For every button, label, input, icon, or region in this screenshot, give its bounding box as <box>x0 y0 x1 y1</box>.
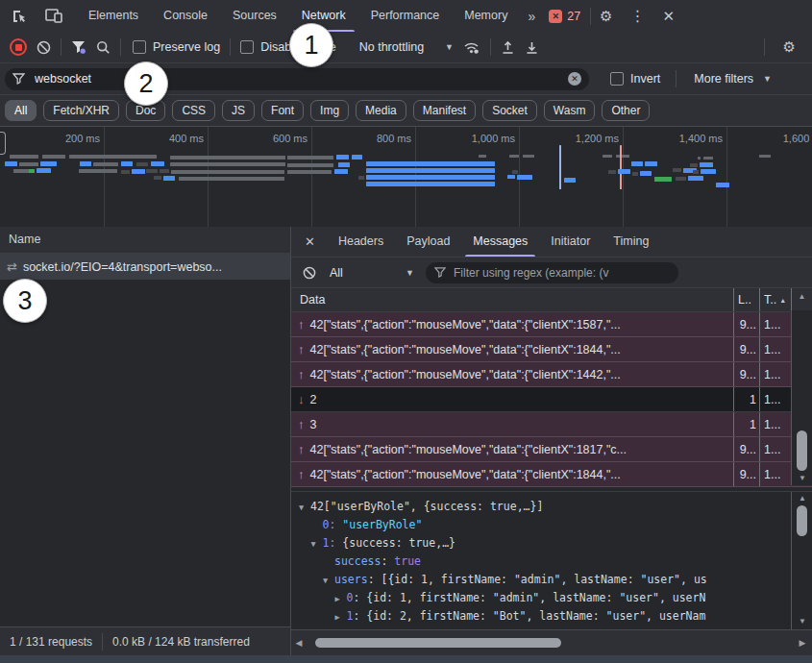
waterfall-bar <box>154 176 161 180</box>
settings-gear-icon[interactable]: ⚙ <box>591 8 621 25</box>
chip-js[interactable]: JS <box>222 100 255 121</box>
waterfall-bar <box>358 176 364 180</box>
messages-vertical-scrollbar[interactable]: ▼ <box>791 310 812 485</box>
export-har-icon[interactable] <box>525 40 539 55</box>
details-tab-initiator[interactable]: Initiator <box>539 227 602 257</box>
record-network-log-icon[interactable] <box>10 38 27 56</box>
details-tab-payload[interactable]: Payload <box>395 227 461 257</box>
device-toolbar-icon[interactable] <box>45 9 62 23</box>
message-row[interactable]: ↑311... <box>291 412 812 437</box>
throttling-dropdown[interactable]: No throttling ▼ <box>359 40 454 54</box>
tree-line[interactable]: ▶1: {id: 2, firstName: "Bot", lastName: … <box>291 607 812 626</box>
chip-other[interactable]: Other <box>602 100 650 121</box>
horizontal-scrollbar[interactable]: ◀ ▶ <box>291 629 812 655</box>
expand-triangle-icon[interactable]: ▶ <box>335 608 347 626</box>
import-har-icon[interactable] <box>501 40 515 55</box>
more-panels-icon[interactable]: » <box>520 9 543 24</box>
timeline-tick-label: 600 ms <box>244 133 308 144</box>
message-filter-pill[interactable] <box>426 262 678 283</box>
close-devtools-icon[interactable]: ✕ <box>654 8 684 25</box>
scroll-right-icon[interactable]: ▶ <box>795 638 810 648</box>
network-overview-timeline[interactable]: 200 ms400 ms600 ms800 ms1,000 ms1,200 ms… <box>0 127 812 228</box>
message-type-dropdown[interactable]: All ▼ <box>330 266 414 280</box>
inspect-element-icon[interactable] <box>12 9 28 24</box>
tree-line[interactable]: ▼42["userByRole", {success: true,…}] <box>291 498 812 516</box>
name-column-header[interactable]: Name <box>0 227 290 254</box>
preserve-log-checkbox[interactable]: Preserve log <box>133 40 220 54</box>
message-row[interactable]: ↑42["stats",{"action":"mouseMove","data"… <box>291 437 812 462</box>
scroll-up-icon[interactable]: ▲ <box>799 494 806 503</box>
request-row-socketio[interactable]: ⇄ socket.io/?EIO=4&transport=webso... <box>0 254 290 280</box>
filter-input-pill[interactable]: ✕ <box>5 68 589 90</box>
chip-wasm[interactable]: Wasm <box>544 100 596 121</box>
length-column-header[interactable]: L.. <box>733 288 759 311</box>
error-count[interactable]: 27 <box>567 10 580 23</box>
message-row[interactable]: ↑42["stats",{"action":"mouseMove","data"… <box>291 362 812 387</box>
tree-token-idx: 1: <box>323 536 343 550</box>
data-column-header[interactable]: Data <box>291 293 733 307</box>
sent-arrow-icon: ↑ <box>298 367 305 381</box>
message-row[interactable]: ↓211... <box>291 387 812 412</box>
scrollbar-thumb[interactable] <box>797 505 807 536</box>
details-tab-timing[interactable]: Timing <box>602 227 660 257</box>
expand-triangle-icon[interactable]: ▶ <box>335 590 347 608</box>
waterfall-bar <box>136 162 148 166</box>
chip-css[interactable]: CSS <box>172 100 215 121</box>
filter-input[interactable] <box>33 71 568 86</box>
details-tab-headers[interactable]: Headers <box>327 227 395 257</box>
tab-memory[interactable]: Memory <box>452 0 520 32</box>
clear-messages-icon[interactable] <box>303 266 316 280</box>
message-row[interactable]: ↑42["stats",{"action":"mouseMove","data"… <box>291 312 812 337</box>
tree-line[interactable]: success: true <box>291 552 812 571</box>
network-settings-gear-icon[interactable]: ⚙ <box>775 38 804 56</box>
close-details-icon[interactable]: ✕ <box>291 234 327 249</box>
message-length-cell: 9... <box>733 337 759 361</box>
chip-img[interactable]: Img <box>310 100 349 121</box>
waterfall-bar <box>698 157 701 160</box>
scroll-up-icon[interactable]: ▲ <box>799 292 806 302</box>
tab-performance[interactable]: Performance <box>358 0 453 32</box>
more-filters-dropdown[interactable]: More filters ▼ <box>694 72 772 86</box>
overview-drag-handle[interactable] <box>0 132 6 155</box>
tab-elements[interactable]: Elements <box>76 0 151 32</box>
message-row[interactable]: ↑42["stats",{"action":"mouseMove","data"… <box>291 337 812 362</box>
invert-label: Invert <box>630 72 660 86</box>
message-row[interactable]: ↑42["stats",{"action":"mouseMove","data"… <box>291 462 812 487</box>
expand-triangle-icon[interactable]: ▼ <box>299 499 310 517</box>
scrollbar-thumb[interactable] <box>797 430 807 471</box>
chip-socket[interactable]: Socket <box>482 100 537 121</box>
tree-line[interactable]: 0: "userByRole" <box>291 516 812 534</box>
waterfall-bar <box>645 161 657 166</box>
expand-triangle-icon[interactable]: ▼ <box>311 535 323 553</box>
scroll-down-icon[interactable]: ▼ <box>799 474 806 483</box>
waterfall-bar <box>40 161 57 166</box>
chip-all[interactable]: All <box>5 100 37 121</box>
tree-line[interactable]: ▼1: {success: true,…} <box>291 534 812 552</box>
chip-fetchxhr[interactable]: Fetch/XHR <box>43 100 119 121</box>
tree-vertical-scrollbar[interactable]: ▲ ▼ <box>791 492 812 630</box>
filter-icon[interactable] <box>71 40 86 55</box>
tree-line[interactable]: ▶0: {id: 1, firstName: "admin", lastName… <box>291 589 812 607</box>
network-conditions-icon[interactable] <box>463 39 480 55</box>
expand-triangle-icon[interactable]: ▼ <box>323 572 334 590</box>
clear-network-log-icon[interactable] <box>37 40 51 55</box>
details-tab-messages[interactable]: Messages <box>461 227 539 257</box>
search-icon[interactable] <box>96 40 111 55</box>
kebab-menu-icon[interactable]: ⋮ <box>622 7 654 25</box>
chip-font[interactable]: Font <box>261 100 304 121</box>
tab-sources[interactable]: Sources <box>220 0 289 32</box>
time-column-header[interactable]: T..▲ <box>759 288 791 311</box>
scroll-down-icon[interactable]: ▼ <box>799 617 806 626</box>
scrollbar-thumb[interactable] <box>315 638 561 648</box>
clear-filter-icon[interactable]: ✕ <box>568 72 581 86</box>
tree-line[interactable]: ▼users: [{id: 1, firstName: "admin", las… <box>291 571 812 589</box>
message-filter-input[interactable] <box>452 265 670 281</box>
chip-manifest[interactable]: Manifest <box>413 100 476 121</box>
sent-arrow-icon: ↑ <box>298 442 305 456</box>
scroll-left-icon[interactable]: ◀ <box>291 638 307 648</box>
invert-checkbox[interactable]: Invert <box>610 72 660 86</box>
chip-media[interactable]: Media <box>356 100 406 121</box>
tab-console[interactable]: Console <box>151 0 220 32</box>
timeline-gridline <box>311 127 312 227</box>
error-badge-icon[interactable]: ✕ <box>549 10 562 23</box>
